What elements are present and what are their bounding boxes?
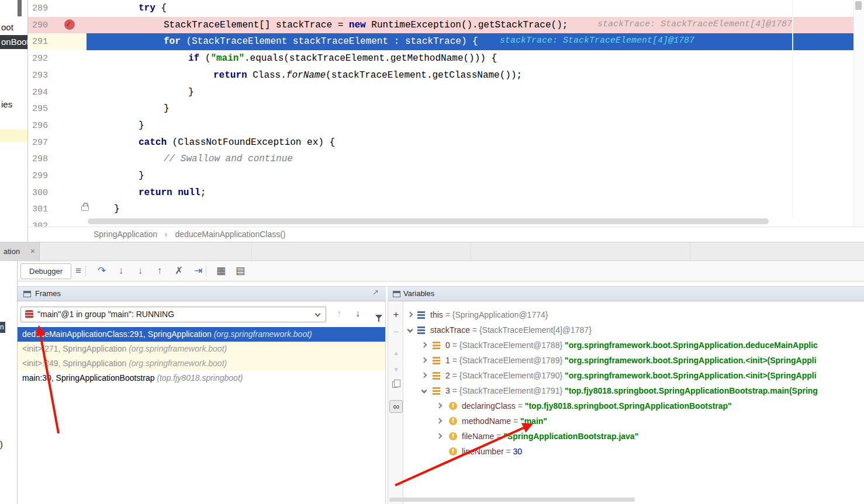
variable-row-stackTrace[interactable]: stackTrace = {StackTraceElement[4]@1787} [403,322,864,338]
evaluate-grid-icon[interactable]: ▦ [214,263,228,279]
variable-row-this[interactable]: this = {SpringApplication@1774} [403,307,864,322]
layout-settings-icon[interactable]: ▤ [233,263,247,279]
force-step-into-icon[interactable]: ↓ [133,263,147,279]
previous-frame-icon[interactable]: ↑ [337,308,341,319]
tree-item-fragment[interactable]: ies [1,99,12,109]
frame-row[interactable]: deduceMainApplicationClass:291, SpringAp… [18,327,386,342]
code-editor[interactable]: 2892902912922932942952962972982993003013… [28,0,853,227]
run-to-cursor-icon[interactable]: ⇥ [191,263,205,279]
array-icon [417,326,425,334]
editor-scrollbar-thumb[interactable] [855,1,862,10]
variables-header-label: Variables [403,287,434,301]
frame-row[interactable]: <init>:271, SpringApplication (org.sprin… [18,342,386,356]
editor-horizontal-scrollbar[interactable] [88,218,769,224]
divider [251,242,252,260]
project-panel-fragment: oot onBoot ies [0,0,28,242]
breadcrumb-separator-icon: › [165,230,168,239]
session-tab[interactable]: ation × [0,242,40,260]
inline-debug-hint: stackTrace: StackTraceElement[4]@1787 [597,19,792,29]
restore-layout-icon[interactable]: ↗ [372,288,379,297]
breadcrumb-class[interactable]: SpringApplication [94,230,157,239]
variable-row-0[interactable]: 0 = {StackTraceElement@1788} "org.spring… [403,338,864,353]
breadcrumb-method[interactable]: deduceMainApplicationClass() [175,230,285,239]
remove-watch-icon[interactable]: − [388,328,404,337]
expand-icon[interactable] [437,403,443,409]
stripe-button-fragment[interactable]: n [0,322,5,333]
line-number-292[interactable]: 292 [32,53,48,65]
thread-selector[interactable]: "main"@1 in group "main": RUNNING [20,307,326,322]
frame-row[interactable]: main:30, SpringApplicationBootstrap (top… [18,371,386,385]
duplicate-watch-icon[interactable] [392,381,398,388]
variable-row-declaringClass[interactable]: fdeclaringClass = "top.fjy8018.springboo… [403,398,864,413]
code-line-301: } [114,203,120,215]
thread-icon [25,310,33,318]
project-scrollbar-thumb[interactable] [18,0,22,16]
line-number-297[interactable]: 297 [32,137,48,149]
divider [471,242,471,260]
close-icon[interactable]: × [30,242,35,260]
move-down-icon[interactable]: ▼ [388,365,404,374]
variable-row-2[interactable]: 2 = {StackTraceElement@1790} "org.spring… [403,368,864,383]
move-up-icon[interactable]: ▲ [388,349,404,358]
frame-row[interactable]: <init>:249, SpringApplication (org.sprin… [18,356,386,371]
line-number-295[interactable]: 295 [32,103,48,115]
debugger-toolbar-icons: ≡↷↓↓↑✗⇥▦▤ [18,261,864,281]
field-icon: f [449,432,457,440]
watches-toolbar: + − ▲ ▼ ∞ [388,302,403,504]
item-icon [433,342,440,349]
add-watch-icon[interactable]: + [388,310,404,319]
step-out-icon[interactable]: ↑ [153,263,167,279]
step-into-icon[interactable]: ↓ [114,263,128,279]
code-line-292: if ("main".equals(stackTraceElement.getM… [188,53,497,65]
line-number-291[interactable]: 291 [32,36,48,48]
code-line-297: catch (ClassNotFoundException ex) { [139,137,335,149]
expand-icon[interactable] [407,312,413,318]
line-number-294[interactable]: 294 [32,86,48,99]
line-number-293[interactable]: 293 [32,69,48,82]
expand-icon[interactable] [437,418,443,424]
tree-item-selected-fragment[interactable]: onBoot [0,35,28,49]
step-over-icon[interactable]: ↷ [95,263,109,279]
variables-panel: this = {SpringApplication@1774} stackTra… [403,302,864,497]
code-line-300: return null; [139,187,206,199]
right-margin-guide [792,0,793,217]
readonly-lock-icon [81,206,89,211]
variable-row-3[interactable]: 3 = {StackTraceElement@1791} "top.fjy801… [403,383,864,398]
field-icon: f [449,447,457,456]
debugger-toolbar: Debugger ≡↷↓↓↑✗⇥▦▤ [18,261,864,281]
collapse-icon[interactable] [407,327,413,333]
expand-icon[interactable] [421,373,427,378]
settings-menu-icon[interactable]: ≡ [71,263,85,279]
variables-panel-header: Variables [388,286,864,301]
code-line-289: try { [139,2,167,15]
show-watches-toggle[interactable]: ∞ [389,400,403,413]
tree-item-highlight-fragment [0,130,28,142]
line-number-301[interactable]: 301 [32,203,48,215]
tree-item-fragment[interactable]: oot [1,22,13,32]
expand-icon[interactable] [437,433,443,439]
code-line-298: // Swallow and continue [164,153,293,165]
next-frame-icon[interactable]: ↓ [355,308,360,319]
expand-icon[interactable] [421,357,427,363]
drop-frame-icon[interactable]: ✗ [172,263,186,279]
variable-row-methodName[interactable]: fmethodName = "main" [403,413,864,429]
thread-selector-value: "main"@1 in group "main": RUNNING [37,307,174,322]
line-number-296[interactable]: 296 [32,120,48,132]
variable-row-fileName[interactable]: ffileName = "SpringApplicationBootstrap.… [403,429,864,444]
code-line-290: StackTraceElement[] stackTrace = new Run… [164,19,568,32]
line-number-290[interactable]: 290 [32,19,48,32]
expand-icon[interactable] [421,342,427,348]
variable-row-lineNumber[interactable]: flineNumber = 30 [403,444,864,459]
filter-frames-icon[interactable] [375,311,382,321]
line-number-298[interactable]: 298 [32,153,48,165]
variable-row-1[interactable]: 1 = {StackTraceElement@1789} "org.spring… [403,353,864,368]
stripe-button-fragment[interactable]: ) [0,440,3,449]
line-number-289[interactable]: 289 [32,2,48,15]
line-number-302[interactable]: 302 [32,220,48,227]
line-number-300[interactable]: 300 [32,187,48,199]
breakpoint-icon[interactable] [64,19,75,30]
editor-vertical-scrollbar[interactable] [853,0,864,227]
variables-horizontal-scrollbar[interactable] [389,498,635,502]
line-number-299[interactable]: 299 [32,170,48,182]
collapse-icon[interactable] [421,388,427,394]
